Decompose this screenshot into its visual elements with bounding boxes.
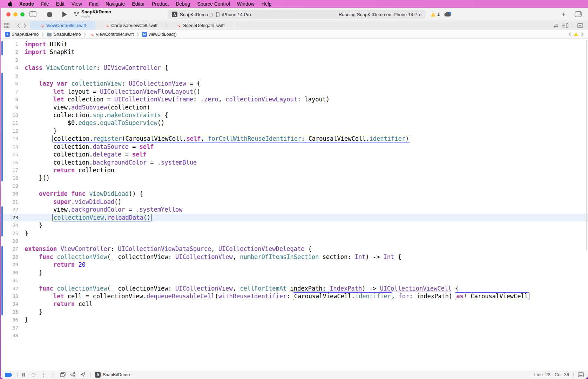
code-line-31[interactable]: 31 [1,277,588,284]
line-number[interactable]: 4 [1,64,20,72]
related-items-grid-icon[interactable] [4,23,9,28]
code-line-16[interactable]: 16 collection.backgroundColor = .systemB… [1,159,588,166]
menu-edit[interactable]: Edit [53,0,68,8]
code-line-22[interactable]: 22 view.backgroundColor = .systemYellow [1,206,588,213]
line-number[interactable]: 30 [1,269,20,277]
navigator-sidebar-toggle-button[interactable] [29,11,36,17]
previous-issue-icon[interactable] [568,32,571,36]
warning-icon[interactable] [431,12,436,17]
scrollbar-thumb[interactable] [586,40,587,250]
code-line-4[interactable]: 4class ViewController: UIViewController … [1,64,588,72]
line-number[interactable]: 15 [1,151,20,158]
line-number[interactable]: 38 [1,332,20,339]
zoom-window-button[interactable] [20,12,25,16]
activity-view[interactable]: A SnapKitDemo ❭ iPhone 14 Pro Running Sn… [168,10,426,19]
code-line-25[interactable]: 25} [1,230,588,237]
tab-carousalviewcell-swift[interactable]: CarousalViewCell.swift [95,21,167,30]
line-number[interactable]: 36 [1,316,20,324]
back-chevron-icon[interactable] [17,23,20,28]
line-number[interactable]: 21 [1,198,20,206]
pause-icon[interactable] [22,372,26,377]
code-line-1[interactable]: 1import UIKit [1,40,588,48]
line-number[interactable]: 35 [1,308,20,316]
code-line-24[interactable]: 24 } [1,221,588,229]
line-number[interactable]: 13 [1,135,20,142]
code-line-36[interactable]: 36} [1,316,588,324]
line-number[interactable]: 6 [1,80,20,87]
code-line-5[interactable]: 5 [1,72,588,80]
new-tab-button[interactable]: + [561,11,566,19]
line-number[interactable]: 12 [1,127,20,135]
run-button[interactable] [62,12,67,17]
menu-product[interactable]: Product [148,0,172,8]
code-line-26[interactable]: 26 [1,237,588,245]
apple-menu-icon[interactable] [4,1,16,7]
tab-viewcontroller-swift[interactable]: ViewController.swift [30,21,95,30]
code-line-27[interactable]: 27extension ViewController: UICollection… [1,245,588,253]
view-hierarchy-icon[interactable] [60,372,66,377]
menu-find[interactable]: Find [86,0,102,8]
line-number[interactable]: 25 [1,230,20,237]
code-line-6[interactable]: 6 lazy var collectionView: UICollectionV… [1,80,588,87]
code-line-35[interactable]: 35 } [1,308,588,316]
line-number[interactable]: 28 [1,253,20,261]
code-line-12[interactable]: 12 } [1,127,588,135]
line-number[interactable]: 19 [1,182,20,190]
inspector-sidebar-toggle-button[interactable] [575,11,582,17]
menu-xcode[interactable]: Xcode [16,0,38,8]
line-number[interactable]: 34 [1,300,20,308]
run-destination[interactable]: iPhone 14 Pro [222,12,251,17]
code-line-30[interactable]: 30 } [1,269,588,277]
code-line-10[interactable]: 10 collection.snp.makeConstraints { [1,111,588,119]
swap-editor-icon[interactable]: ⇄ [553,22,558,29]
line-number[interactable]: 20 [1,190,20,198]
line-number[interactable]: 2 [1,48,20,56]
breadcrumb-group[interactable]: SnapKitDemo [47,32,81,37]
next-issue-icon[interactable] [581,32,584,36]
line-number[interactable]: 31 [1,277,20,284]
code-line-2[interactable]: 2import SnapKit [1,48,588,56]
warning-count[interactable]: 1 [437,12,440,17]
code-line-23[interactable]: 23 collectionView.reloadData() [1,214,588,221]
line-number[interactable]: 22 [1,206,20,213]
code-line-17[interactable]: 17 return collection [1,166,588,174]
code-line-28[interactable]: 28 func collectionView(_ collectionView:… [1,253,588,261]
line-number[interactable]: 29 [1,261,20,268]
scheme-name[interactable]: SnapKitDemo [180,12,208,17]
menu-help[interactable]: Help [258,0,275,8]
line-number[interactable]: 5 [1,72,20,80]
line-number[interactable]: 11 [1,119,20,127]
line-number[interactable]: 9 [1,104,20,111]
code-line-3[interactable]: 3 [1,56,588,64]
line-number[interactable]: 3 [1,56,20,64]
code-line-11[interactable]: 11 $0.edges.equalToSuperview() [1,119,588,127]
menu-navigate[interactable]: Navigate [102,0,128,8]
line-number[interactable]: 7 [1,88,20,95]
line-number[interactable]: 14 [1,143,20,151]
code-line-7[interactable]: 7 let layout = UICollectionViewFlowLayou… [1,88,588,95]
source-editor[interactable]: 1import UIKit2import SnapKit34class View… [1,39,588,370]
code-line-20[interactable]: 20 override func viewDidLoad() { [1,190,588,198]
menu-view[interactable]: View [68,0,86,8]
code-line-32[interactable]: 32 func collectionView(_ collectionView:… [1,285,588,292]
add-editor-icon[interactable] [577,23,583,28]
simulate-location-icon[interactable] [80,372,86,377]
code-line-14[interactable]: 14 collection.dataSource = self [1,143,588,151]
line-number[interactable]: 23 [1,214,20,221]
line-number[interactable]: 1 [1,40,20,48]
code-line-37[interactable]: 37 [1,324,588,332]
minimap-toggle-icon[interactable] [562,23,568,28]
code-line-9[interactable]: 9 view.addSubview(collection) [1,104,588,111]
code-line-15[interactable]: 15 collection.delegate = self [1,151,588,158]
code-line-38[interactable]: 38 [1,332,588,339]
line-number[interactable]: 32 [1,285,20,292]
issue-warning-icon[interactable] [574,32,579,36]
line-number[interactable]: 27 [1,245,20,253]
breakpoints-toggle-icon[interactable] [5,372,13,377]
memory-graph-icon[interactable] [70,372,76,377]
code-line-19[interactable]: 19 [1,182,588,190]
menu-editor[interactable]: Editor [128,0,148,8]
menu-debug[interactable]: Debug [172,0,194,8]
debug-process-selector[interactable]: A SnapKitDemo [95,372,130,378]
code-line-34[interactable]: 34 return cell [1,300,588,308]
